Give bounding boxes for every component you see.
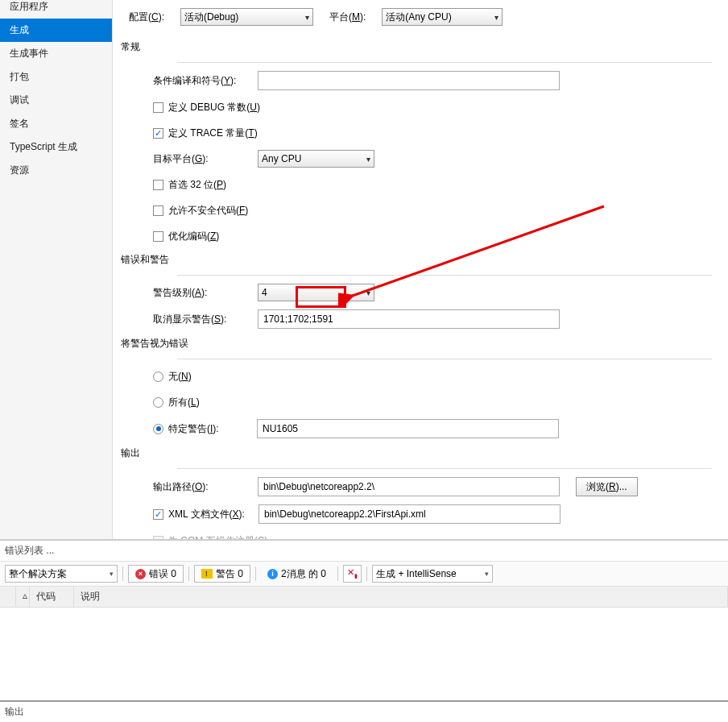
target-platform-label: 目标平台(G):: [153, 152, 258, 166]
error-icon: ×: [135, 569, 146, 579]
trace-const-checkbox[interactable]: [153, 128, 163, 139]
treat-specific-label: 特定警告(I):: [168, 422, 257, 436]
sidebar-item-signing[interactable]: 签名: [0, 112, 112, 135]
sidebar-item-build[interactable]: 生成: [0, 19, 112, 42]
warning-icon: [201, 569, 213, 579]
sidebar-item-debug[interactable]: 调试: [0, 89, 112, 112]
sidebar: 应用程序 生成 生成事件 打包 调试 签名 TypeScript 生成 资源: [0, 0, 113, 539]
treat-specific-input[interactable]: [257, 419, 559, 438]
section-treat-as-errors: 将警告视为错误: [121, 337, 712, 351]
sidebar-item-package[interactable]: 打包: [0, 65, 112, 89]
treat-none-label: 无(N): [168, 370, 192, 384]
info-icon: i: [267, 569, 278, 579]
error-list-panel: 错误列表 ... 整个解决方案▾ × 错误 0 警告 0 i 2消息 的 0 ✕…: [0, 540, 728, 696]
chevron-down-icon: ▾: [494, 13, 498, 22]
content-pane: 配置(C): 活动(Debug)▾ 平台(M): 活动(Any CPU)▾ 常规…: [113, 0, 728, 539]
prefer-32-checkbox[interactable]: [153, 180, 163, 190]
scope-dropdown[interactable]: 整个解决方案▾: [5, 565, 118, 583]
warning-level-label: 警告级别(A):: [153, 286, 258, 300]
errors-filter-button[interactable]: × 错误 0: [128, 565, 184, 583]
sidebar-item-application[interactable]: 应用程序: [0, 0, 112, 19]
debug-const-checkbox[interactable]: [153, 102, 163, 113]
chevron-down-icon: ▾: [110, 570, 114, 578]
suppress-warnings-label: 取消显示警告(S):: [153, 313, 258, 326]
chevron-down-icon: ▾: [366, 155, 370, 164]
browse-button[interactable]: 浏览(R)...: [576, 477, 638, 496]
trace-const-label: 定义 TRACE 常量(T): [168, 127, 258, 140]
source-filter-dropdown[interactable]: 生成 + IntelliSense▾: [372, 565, 493, 583]
sidebar-item-build-events[interactable]: 生成事件: [0, 42, 112, 65]
warning-level-dropdown[interactable]: 4▾: [258, 284, 374, 301]
compile-symbols-input[interactable]: [258, 71, 560, 90]
xml-doc-label: XML 文档文件(X):: [168, 508, 259, 521]
section-general: 常规: [121, 40, 712, 54]
chevron-down-icon: ▾: [485, 570, 489, 578]
unsafe-checkbox[interactable]: [153, 205, 163, 216]
messages-filter-button[interactable]: i 2消息 的 0: [261, 565, 333, 583]
treat-specific-radio[interactable]: [153, 424, 163, 434]
chevron-down-icon: ▾: [305, 13, 309, 22]
target-platform-dropdown[interactable]: Any CPU▾: [258, 150, 374, 168]
output-path-label: 输出路径(O):: [153, 480, 258, 494]
treat-none-radio[interactable]: [153, 371, 163, 382]
sidebar-item-typescript[interactable]: TypeScript 生成: [0, 135, 112, 159]
config-label: 配置(C):: [129, 10, 164, 24]
clear-filter-icon: ✕▮: [347, 567, 358, 579]
treat-all-label: 所有(L): [168, 396, 200, 409]
com-register-label: 为 COM 互操作注册(C): [168, 534, 267, 540]
xml-doc-checkbox[interactable]: [153, 509, 163, 520]
platform-dropdown[interactable]: 活动(Any CPU)▾: [382, 8, 503, 26]
treat-all-radio[interactable]: [153, 397, 163, 408]
error-list-title: 错误列表 ...: [0, 541, 728, 562]
output-panel-title: 输出: [0, 700, 728, 722]
unsafe-label: 允许不安全代码(F): [168, 204, 248, 218]
output-path-input[interactable]: [258, 477, 560, 496]
col-code[interactable]: 代码: [30, 587, 74, 607]
xml-doc-input[interactable]: [259, 504, 560, 524]
config-dropdown[interactable]: 活动(Debug)▾: [180, 8, 313, 26]
col-desc[interactable]: 说明: [74, 587, 728, 607]
debug-const-label: 定义 DEBUG 常数(U): [168, 101, 260, 114]
prefer-32-label: 首选 32 位(P): [168, 178, 226, 192]
optimize-checkbox[interactable]: [153, 231, 163, 242]
platform-label: 平台(M):: [329, 10, 366, 24]
com-register-checkbox: [153, 536, 163, 540]
chevron-down-icon: ▾: [366, 288, 370, 297]
sidebar-item-resources[interactable]: 资源: [0, 159, 112, 182]
section-output: 输出: [121, 446, 712, 460]
compile-symbols-label: 条件编译和符号(Y):: [153, 74, 258, 88]
suppress-warnings-input[interactable]: [258, 309, 560, 329]
error-grid-header: ▵ 代码 说明: [0, 587, 728, 608]
sort-icon[interactable]: ▵: [16, 587, 30, 607]
optimize-label: 优化编码(Z): [168, 230, 219, 243]
clear-filter-button[interactable]: ✕▮: [343, 565, 362, 583]
section-errors-warnings: 错误和警告: [121, 253, 712, 267]
warnings-filter-button[interactable]: 警告 0: [194, 565, 250, 583]
